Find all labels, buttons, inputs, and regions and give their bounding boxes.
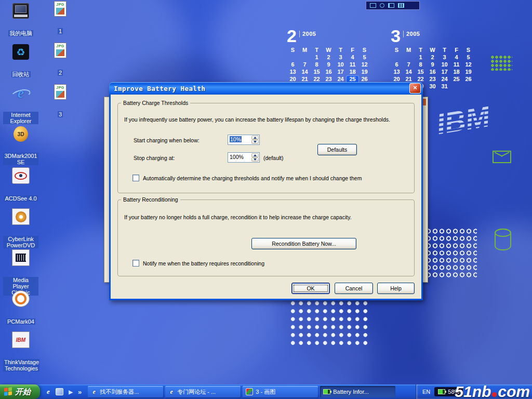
jpg-file-icon: JPG: [54, 43, 66, 58]
calendar-weekday: S: [462, 47, 474, 54]
desktop-icon-recycle-bin[interactable]: ♻回收站: [3, 44, 38, 85]
desktop-icon-column-2: JPG1JPG2JPG3: [46, 1, 75, 126]
start-threshold-spinbox[interactable]: 10%: [228, 135, 260, 145]
powerdvd-icon: [12, 208, 30, 225]
start-threshold-value[interactable]: 10%: [228, 135, 251, 144]
spin-down-button[interactable]: [251, 140, 259, 144]
spin-up-button[interactable]: [251, 136, 259, 140]
show-desktop-quicklaunch-icon[interactable]: [56, 388, 63, 395]
spin-down-button[interactable]: [251, 157, 259, 162]
ie-icon: e: [91, 388, 97, 396]
notify-reconditioning-checkbox-row: Notify me when the battery requires reco…: [132, 260, 264, 267]
start-charging-label: Start charging when below:: [134, 137, 200, 143]
auto-determine-checkbox[interactable]: [132, 175, 139, 181]
spin-up-button[interactable]: [251, 153, 259, 157]
desktop-icon-jpg-1[interactable]: JPG1: [46, 1, 75, 43]
desktop-icon-label: PCMark04: [6, 318, 35, 325]
stop-threshold-spinbox[interactable]: 100%: [228, 152, 260, 163]
recondition-battery-button[interactable]: Recondition Battery Now...: [251, 238, 356, 249]
quicklaunch-overflow-chevron[interactable]: »: [78, 388, 82, 396]
notify-reconditioning-checkbox-label[interactable]: Notify me when the battery requires reco…: [143, 260, 264, 267]
calendar-day: 16: [323, 69, 335, 75]
calendar-day: 18: [450, 69, 462, 75]
start-button-label: 开始: [15, 387, 31, 397]
calendar-day: 13: [287, 69, 299, 75]
display-icon: [370, 3, 376, 8]
calendar-day: 13: [391, 69, 403, 75]
calendar-weekday: F: [347, 47, 358, 54]
notify-reconditioning-checkbox[interactable]: [132, 260, 139, 267]
reconditioning-description: If your battery no longer holds a full c…: [124, 214, 352, 220]
acdsee-icon: [12, 167, 30, 184]
desktop-icon-column-1: 我的电脑♻回收站eInternet Explorer3D3DMark2001 S…: [3, 3, 38, 373]
ie-quicklaunch-icon[interactable]: e: [44, 388, 52, 396]
desktop-icon-3dmark2001[interactable]: 3D3DMark2001 SE: [3, 126, 38, 167]
taskbar-task-ie[interactable]: e找不到服务器...: [88, 386, 163, 397]
default-note: (default): [263, 155, 284, 161]
taskbar-task-paint[interactable]: 3 - 画图: [243, 386, 318, 397]
desktop-icon-label: 我的电脑: [8, 30, 33, 36]
calendar-day: 5: [462, 54, 474, 61]
media-player-quicklaunch-icon[interactable]: ▶: [66, 388, 75, 396]
calendar-day: 3: [438, 54, 450, 61]
auto-determine-checkbox-label[interactable]: Automatically determine the charging thr…: [143, 175, 362, 181]
calendar-day: 17: [438, 69, 450, 75]
start-button[interactable]: 开始: [0, 384, 40, 399]
calendar-day: 18: [347, 69, 358, 75]
dialog-titlebar[interactable]: Improve Battery Health ×: [109, 82, 423, 95]
desktop-icon-my-computer[interactable]: 我的电脑: [3, 3, 38, 44]
task-label: 专门网论坛 - ...: [177, 388, 216, 396]
desktop-icon-jpg-3[interactable]: JPG3: [46, 84, 75, 126]
desktop-icon-label: 回收站: [11, 71, 31, 77]
calendar-year: 2005: [406, 31, 420, 37]
calendar-day: 12: [462, 61, 474, 68]
calendar-weekday: S: [287, 47, 299, 54]
watermark-left: 51nb: [455, 383, 491, 399]
internet-explorer-icon: e: [12, 85, 29, 101]
calendar-day: [462, 83, 474, 90]
calendar-day: 7: [299, 61, 311, 68]
desktop-icon-media-player-classic[interactable]: Media Player Classic: [3, 249, 38, 290]
calendar-day: 4: [450, 54, 462, 61]
svg-text:IBM: IBM: [434, 100, 493, 140]
paint-icon: [246, 388, 253, 395]
calendar-month-3: 32005SMTWTFS1234567891011121314151617181…: [391, 27, 474, 90]
calendar-day: 26: [462, 76, 474, 83]
calendar-day: 1: [415, 54, 427, 61]
help-button[interactable]: Help: [377, 283, 415, 294]
calendar-day: [403, 54, 415, 61]
close-button[interactable]: ×: [409, 83, 421, 94]
ok-button[interactable]: OK: [291, 283, 330, 294]
cancel-button[interactable]: Cancel: [335, 283, 373, 294]
desktop: IBM 22005SMTWTFS123456789101112131415161…: [0, 0, 532, 399]
taskbar-task-battery[interactable]: Battery Infor...: [320, 386, 395, 397]
calendar-weekday: S: [358, 47, 370, 54]
language-indicator[interactable]: EN: [422, 389, 430, 395]
calendar-weekday: T: [311, 47, 323, 54]
calendar-day: 6: [391, 61, 403, 68]
desktop-icon-internet-explorer[interactable]: eInternet Explorer: [3, 85, 38, 126]
stop-threshold-value[interactable]: 100%: [228, 153, 251, 162]
ring-dots-pattern: [425, 228, 477, 278]
keypad-grid-icon: [490, 55, 512, 71]
calendar-day: 12: [358, 61, 370, 68]
dock-icon: [388, 3, 394, 8]
desktop-icon-label: ThinkVantage Technologies: [3, 359, 39, 371]
taskbar-task-ie[interactable]: e专门网论坛 - ...: [165, 386, 241, 397]
desktop-icon-powerdvd[interactable]: CyberLink PowerDVD: [3, 208, 38, 249]
calendar-day: 16: [427, 69, 438, 75]
dot-grid-pattern: [289, 299, 370, 347]
desktop-icon-acdsee[interactable]: ACDSee 4.0: [3, 167, 38, 208]
calendar-month-number: 3: [391, 27, 401, 45]
task-buttons: e找不到服务器...e专门网论坛 - ...3 - 画图Battery Info…: [86, 386, 395, 397]
ie-icon: e: [168, 388, 175, 396]
desktop-icon-thinkvantage[interactable]: IBMThinkVantage Technologies: [3, 331, 38, 373]
desktop-icon-jpg-2[interactable]: JPG2: [46, 43, 75, 84]
improve-battery-health-dialog: Improve Battery Health × Battery Charge …: [109, 82, 423, 300]
defaults-button[interactable]: Defaults: [317, 144, 357, 155]
51nb-watermark: 51nb com: [455, 383, 530, 399]
calendar-day: 15: [311, 69, 323, 75]
calendar-weekday: T: [415, 47, 427, 54]
battery-icon: [438, 389, 445, 394]
calendar-day: [450, 83, 462, 90]
